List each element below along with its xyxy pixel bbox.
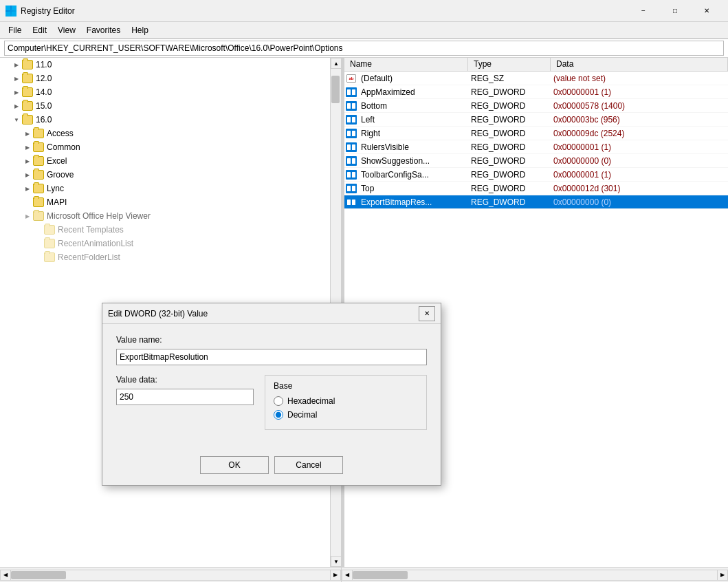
menu-edit[interactable]: Edit [27, 24, 52, 36]
col-header-data[interactable]: Data [551, 58, 728, 71]
menu-file[interactable]: File [3, 24, 27, 36]
decimal-label[interactable]: Decimal [287, 410, 317, 420]
values-scroll-right[interactable]: ▶ [717, 570, 728, 581]
address-input[interactable] [4, 41, 724, 56]
tree-h-scrollbar[interactable] [11, 570, 330, 581]
value-row-default[interactable]: ab (Default) REG_SZ (value not set) [344, 72, 728, 85]
expander-msoffice-help[interactable]: ▶ [22, 211, 33, 222]
values-scroll-left[interactable]: ◀ [342, 570, 353, 581]
value-row-right[interactable]: Right REG_DWORD 0x000009dc (2524) [344, 127, 728, 140]
tree-label-11: 11.0 [36, 60, 52, 69]
value-type-showsuggestion: REG_DWORD [468, 156, 551, 166]
svg-rect-30 [352, 200, 355, 205]
expander-excel[interactable]: ▶ [22, 155, 33, 166]
expander-access[interactable]: ▶ [22, 128, 33, 139]
value-row-left[interactable]: Left REG_DWORD 0x000003bc (956) [344, 113, 728, 127]
value-row-bottom[interactable]: Bottom REG_DWORD 0x00000578 (1400) [344, 99, 728, 113]
address-bar [0, 39, 728, 58]
tree-scroll-left[interactable]: ◀ [0, 570, 11, 581]
hexadecimal-label[interactable]: Hexadecimal [287, 396, 335, 406]
value-row-top[interactable]: Top REG_DWORD 0x0000012d (301) [344, 182, 728, 195]
value-data-exportbitmapres: 0x00000000 (0) [551, 197, 728, 207]
tree-h-thumb[interactable] [11, 571, 66, 579]
tree-label-recent-folder: RecentFolderList [58, 252, 120, 262]
value-data-right: 0x000009dc (2524) [551, 129, 728, 138]
decimal-radio[interactable] [274, 410, 283, 420]
menu-favorites[interactable]: Favorites [81, 24, 126, 36]
values-h-scrollbar[interactable] [353, 570, 717, 581]
expander-lync[interactable]: ▶ [22, 183, 33, 194]
tree-label-recent-templates: Recent Templates [58, 225, 124, 235]
menu-help[interactable]: Help [126, 24, 154, 36]
tree-item-recent-templates[interactable]: ▶ Recent Templates [0, 223, 330, 237]
tree-item-groove[interactable]: ▶ Groove [0, 168, 330, 182]
value-row-rulersvisible[interactable]: RulersVisible REG_DWORD 0x00000001 (1) [344, 140, 728, 154]
tree-item-12[interactable]: ▶ 12.0 [0, 72, 330, 85]
value-type-top: REG_DWORD [468, 184, 551, 193]
tree-item-mapi[interactable]: ▶ MAPI [0, 195, 330, 209]
folder-icon-excel [33, 156, 44, 166]
reg-icon-default: ab [344, 72, 358, 85]
value-data-toolbarconfigsa: 0x00000001 (1) [551, 170, 728, 180]
value-data-label: Value data: [116, 375, 254, 385]
title-bar: Registry Editor − □ ✕ [0, 0, 728, 22]
value-name-top: Top [358, 184, 468, 193]
tree-item-access[interactable]: ▶ Access [0, 127, 330, 140]
dialog-value-name-input[interactable] [116, 349, 427, 365]
dialog-value-data-input[interactable] [116, 389, 254, 405]
expander-common[interactable]: ▶ [22, 142, 33, 153]
tree-item-excel[interactable]: ▶ Excel [0, 154, 330, 168]
expander-groove[interactable]: ▶ [22, 169, 33, 180]
tree-item-16[interactable]: ▼ 16.0 [0, 113, 330, 127]
tree-scroll-right[interactable]: ▶ [330, 570, 341, 581]
expander-15[interactable]: ▶ [11, 100, 22, 111]
tree-label-access: Access [47, 129, 74, 138]
reg-icon-appmaximized [344, 85, 358, 99]
hexadecimal-radio[interactable] [274, 396, 283, 406]
col-header-name[interactable]: Name [344, 58, 468, 71]
scroll-thumb[interactable] [331, 76, 340, 103]
tree-item-recent-animation[interactable]: ▶ RecentAnimationList [0, 237, 330, 250]
expander-14[interactable]: ▶ [11, 87, 22, 98]
dialog-row: Value data: Base Hexadecimal Decimal [116, 375, 427, 430]
dialog-footer: OK Cancel [102, 451, 441, 485]
tree-item-lync[interactable]: ▶ Lync [0, 182, 330, 195]
dialog-title-bar: Edit DWORD (32-bit) Value ✕ [102, 303, 441, 324]
cancel-button[interactable]: Cancel [274, 456, 343, 474]
close-button[interactable]: ✕ [691, 0, 723, 22]
scroll-down-arrow[interactable]: ▼ [331, 556, 341, 567]
tree-label-14: 14.0 [36, 87, 52, 97]
value-name-exportbitmapres: ExportBitmapRes... [358, 197, 468, 207]
menu-view[interactable]: View [52, 24, 81, 36]
expander-12[interactable]: ▶ [11, 73, 22, 84]
expander-16[interactable]: ▼ [11, 114, 22, 125]
svg-rect-27 [352, 186, 355, 191]
value-row-exportbitmapres[interactable]: ExportBitmapRes... REG_DWORD 0x00000000 … [344, 195, 728, 209]
tree-item-recent-folder[interactable]: ▶ RecentFolderList [0, 250, 330, 264]
tree-item-11[interactable]: ▶ 11.0 [0, 58, 330, 72]
scroll-up-arrow[interactable]: ▲ [331, 58, 341, 69]
minimize-button[interactable]: − [628, 0, 659, 22]
tree-label-msoffice-help: Microsoft Office Help Viewer [47, 211, 151, 221]
values-scrollbar-bottom: ◀ ▶ [342, 568, 728, 582]
col-header-type[interactable]: Type [468, 58, 551, 71]
dialog-close-button[interactable]: ✕ [419, 306, 435, 321]
tree-item-msoffice-help[interactable]: ▶ Microsoft Office Help Viewer [0, 209, 330, 223]
value-type-bottom: REG_DWORD [468, 101, 551, 111]
value-row-appmaximized[interactable]: AppMaximized REG_DWORD 0x00000001 (1) [344, 85, 728, 99]
tree-item-common[interactable]: ▶ Common [0, 140, 330, 154]
svg-rect-1 [12, 6, 16, 10]
expander-11[interactable]: ▶ [11, 59, 22, 70]
value-row-toolbarconfigsa[interactable]: ToolbarConfigSa... REG_DWORD 0x00000001 … [344, 168, 728, 182]
values-h-thumb[interactable] [353, 571, 408, 579]
folder-icon-mapi [33, 197, 44, 207]
value-name-left: Left [358, 115, 468, 125]
ok-button[interactable]: OK [200, 456, 269, 474]
menu-bar: File Edit View Favorites Help [0, 22, 728, 39]
tree-item-15[interactable]: ▶ 15.0 [0, 99, 330, 113]
value-row-showsuggestion[interactable]: ShowSuggestion... REG_DWORD 0x00000000 (… [344, 154, 728, 168]
tree-item-14[interactable]: ▶ 14.0 [0, 85, 330, 99]
value-data-showsuggestion: 0x00000000 (0) [551, 156, 728, 166]
reg-icon-exportbitmapres [344, 195, 358, 209]
maximize-button[interactable]: □ [659, 0, 691, 22]
